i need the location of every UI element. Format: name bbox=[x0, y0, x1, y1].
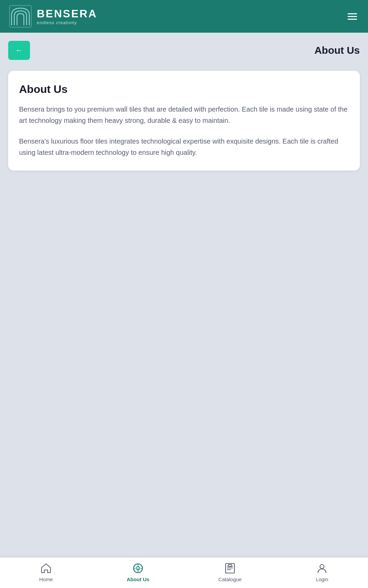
hamburger-line-2 bbox=[348, 16, 357, 17]
logo-area: BENSERA endless creativity bbox=[8, 4, 97, 29]
logo-text: BENSERA endless creativity bbox=[37, 7, 97, 25]
card-paragraph-1: Bensera brings to you premium wall tiles… bbox=[19, 104, 349, 126]
back-arrow-icon: ← bbox=[15, 46, 23, 55]
home-icon bbox=[40, 562, 52, 574]
nav-item-login[interactable]: Login bbox=[276, 562, 368, 582]
about-icon bbox=[132, 562, 144, 574]
hamburger-line-1 bbox=[348, 13, 357, 14]
about-us-card: About Us Bensera brings to you premium w… bbox=[8, 71, 360, 170]
back-button[interactable]: ← bbox=[8, 41, 30, 60]
nav-label-home: Home bbox=[39, 576, 53, 582]
nav-label-login: Login bbox=[316, 576, 328, 582]
svg-point-15 bbox=[320, 565, 324, 569]
page-content: ← About Us About Us Bensera brings to yo… bbox=[0, 33, 368, 557]
nav-item-home[interactable]: Home bbox=[0, 562, 92, 582]
nav-item-about[interactable]: About Us bbox=[92, 562, 184, 582]
bottom-navigation: Home About Us Catalogue bbox=[0, 557, 368, 588]
hamburger-line-3 bbox=[348, 19, 357, 20]
login-icon bbox=[316, 562, 328, 574]
brand-tagline: endless creativity bbox=[37, 20, 97, 25]
svg-rect-0 bbox=[10, 5, 31, 27]
hamburger-button[interactable] bbox=[345, 11, 360, 22]
logo-icon bbox=[8, 4, 33, 29]
card-title: About Us bbox=[19, 83, 349, 96]
nav-label-catalogue: Catalogue bbox=[218, 576, 242, 582]
brand-name: BENSERA bbox=[37, 7, 97, 20]
app-header: BENSERA endless creativity bbox=[0, 0, 368, 33]
svg-rect-10 bbox=[226, 564, 234, 573]
nav-label-about: About Us bbox=[127, 576, 150, 582]
card-paragraph-2: Bensera's luxurious floor tiles integrat… bbox=[19, 136, 349, 158]
page-header-row: ← About Us bbox=[8, 41, 360, 60]
catalogue-icon bbox=[224, 562, 236, 574]
page-title: About Us bbox=[315, 45, 360, 56]
nav-item-catalogue[interactable]: Catalogue bbox=[184, 562, 276, 582]
